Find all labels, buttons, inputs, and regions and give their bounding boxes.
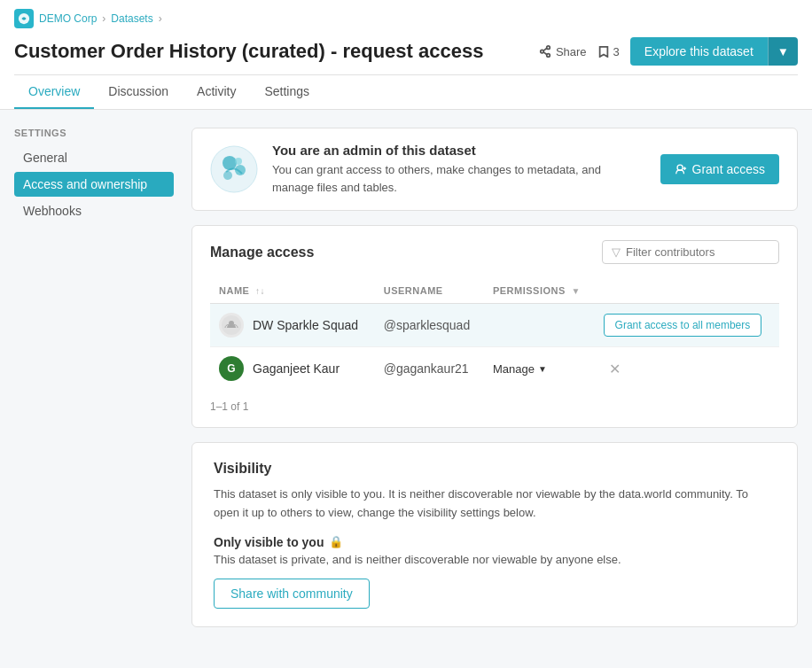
nav-tabs: Overview Discussion Activity Settings xyxy=(14,74,798,109)
row1-username: @sparklesquad xyxy=(384,318,471,332)
grant-all-members-button[interactable]: Grant access to all members xyxy=(604,314,762,337)
visibility-section: Visibility This dataset is only visible … xyxy=(191,442,798,627)
page-title: Customer Order History (curated) - reque… xyxy=(14,40,483,63)
permissions-sort-icon: ▼ xyxy=(571,286,580,296)
bookmark-button[interactable]: 3 xyxy=(597,45,620,58)
share-button[interactable]: Share xyxy=(539,45,587,58)
chevron-down-icon: ▼ xyxy=(777,45,789,58)
col-action xyxy=(595,278,779,304)
row1-name: DW Sparkle Squad xyxy=(253,318,358,332)
breadcrumb-sep2: › xyxy=(159,12,162,25)
pagination: 1–1 of 1 xyxy=(210,400,779,413)
svg-line-4 xyxy=(543,49,547,51)
svg-point-1 xyxy=(547,46,550,50)
admin-banner-title: You are an admin of this dataset xyxy=(272,143,646,158)
filter-wrap: ▽ xyxy=(602,240,779,264)
sidebar: SETTINGS General Access and ownership We… xyxy=(14,128,174,645)
tab-activity[interactable]: Activity xyxy=(183,75,250,109)
svg-line-5 xyxy=(543,52,547,55)
admin-banner-description: You can grant access to others, make cha… xyxy=(272,161,646,196)
admin-text: You are an admin of this dataset You can… xyxy=(272,143,646,196)
row1-username-cell: @sparklesquad xyxy=(375,304,484,347)
table-header-row: NAME ↑↓ USERNAME PERMISSIONS ▼ xyxy=(210,278,779,304)
row1-permissions-cell xyxy=(484,304,595,347)
row2-name-cell: G Gaganjeet Kaur xyxy=(210,347,375,391)
svg-point-10 xyxy=(235,158,242,165)
svg-point-9 xyxy=(223,171,232,180)
lock-icon: 🔒 xyxy=(329,535,343,548)
page-header: DEMO Corp › Datasets › Customer Order Hi… xyxy=(0,0,812,110)
row2-avatar: G xyxy=(219,356,244,381)
permissions-dropdown[interactable]: Manage ▼ xyxy=(493,362,547,376)
svg-point-2 xyxy=(541,50,544,53)
visibility-title: Visibility xyxy=(214,461,776,477)
manage-access-section: Manage access ▽ NAME ↑↓ USERNAME xyxy=(191,225,798,428)
tab-overview[interactable]: Overview xyxy=(14,75,94,109)
manage-header: Manage access ▽ xyxy=(210,240,779,264)
col-name: NAME ↑↓ xyxy=(210,278,375,304)
org-section: DEMO Corp xyxy=(14,9,97,28)
main-content: You are an admin of this dataset You can… xyxy=(191,128,798,645)
grant-access-button[interactable]: Grant access xyxy=(660,154,779,184)
tab-discussion[interactable]: Discussion xyxy=(94,75,183,109)
visibility-option-title: Only visible to you 🔒 xyxy=(214,535,776,549)
row1-user-cell: DW Sparkle Squad xyxy=(219,313,366,338)
grant-access-label: Grant access xyxy=(692,162,765,176)
row1-name-cell: DW Sparkle Squad xyxy=(210,304,375,347)
explore-button-group: Explore this dataset ▼ xyxy=(630,37,798,66)
svg-point-3 xyxy=(547,54,550,58)
col-username: USERNAME xyxy=(375,278,484,304)
explore-dropdown-button[interactable]: ▼ xyxy=(768,37,798,66)
row2-username-cell: @gagankaur21 xyxy=(375,347,484,391)
row2-name: Gaganjeet Kaur xyxy=(253,361,340,376)
datasets-link[interactable]: Datasets xyxy=(111,12,152,25)
svg-point-15 xyxy=(229,321,234,326)
tab-settings[interactable]: Settings xyxy=(250,75,324,109)
page-body: SETTINGS General Access and ownership We… xyxy=(0,110,812,663)
bookmark-count: 3 xyxy=(613,45,620,58)
visibility-option-description: This dataset is private, and is neither … xyxy=(214,553,776,566)
breadcrumb-sep1: › xyxy=(102,12,105,25)
sidebar-item-general[interactable]: General xyxy=(14,145,174,170)
row2-action-cell: ✕ xyxy=(595,347,779,391)
visibility-description: This dataset is only visible to you. It … xyxy=(214,485,776,523)
breadcrumb: DEMO Corp › Datasets › xyxy=(14,9,798,28)
explore-button[interactable]: Explore this dataset xyxy=(630,37,768,66)
org-logo xyxy=(14,9,34,28)
filter-icon: ▽ xyxy=(612,245,621,259)
sidebar-item-access[interactable]: Access and ownership xyxy=(14,172,174,197)
admin-avatar-image xyxy=(210,145,258,193)
share-label: Share xyxy=(556,45,587,58)
chevron-down-icon: ▼ xyxy=(538,364,547,374)
row1-action-cell: Grant access to all members xyxy=(595,304,779,347)
sort-icon: ↑↓ xyxy=(255,286,265,296)
table-row: DW Sparkle Squad @sparklesquad Grant acc… xyxy=(210,304,779,347)
row1-avatar xyxy=(219,313,244,338)
title-row: Customer Order History (curated) - reque… xyxy=(14,32,798,74)
contributors-table: NAME ↑↓ USERNAME PERMISSIONS ▼ xyxy=(210,278,779,390)
sidebar-item-webhooks[interactable]: Webhooks xyxy=(14,198,174,223)
sidebar-section-title: SETTINGS xyxy=(14,128,174,138)
row2-permissions-cell: Manage ▼ xyxy=(484,347,595,391)
manage-title: Manage access xyxy=(210,245,314,260)
share-community-button[interactable]: Share with community xyxy=(214,579,370,609)
remove-user-button[interactable]: ✕ xyxy=(604,359,626,379)
filter-contributors-input[interactable] xyxy=(626,245,769,259)
col-permissions: PERMISSIONS ▼ xyxy=(484,278,595,304)
admin-banner: You are an admin of this dataset You can… xyxy=(191,128,798,211)
row2-user-cell: G Gaganjeet Kaur xyxy=(219,356,366,381)
row2-username: @gagankaur21 xyxy=(384,361,469,376)
table-row: G Gaganjeet Kaur @gagankaur21 Manage ▼ xyxy=(210,347,779,391)
title-actions: Share 3 Explore this dataset ▼ xyxy=(539,37,798,66)
org-link[interactable]: DEMO Corp xyxy=(39,12,97,25)
